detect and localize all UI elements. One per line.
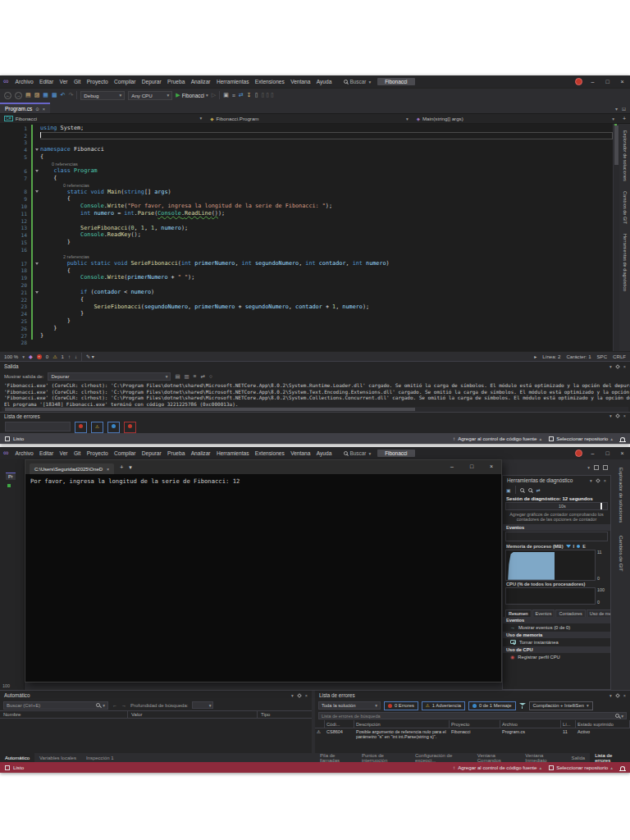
menu-item-git[interactable]: Git (71, 450, 84, 456)
diag-tab-contadores[interactable]: Contadores (555, 609, 585, 617)
export-icon[interactable]: ▣ (506, 487, 511, 493)
menu-item-analizar[interactable]: Analizar (189, 450, 213, 456)
platform-dropdown[interactable]: Any CPU▾ (128, 91, 172, 100)
code-editor[interactable]: 1using System;234namespace Fibonacci5{0 … (0, 124, 630, 351)
menu-item-editar[interactable]: Editar (37, 450, 57, 456)
menu-item-prueba[interactable]: Prueba (165, 450, 188, 456)
pin-icon[interactable] (297, 693, 302, 698)
chevron-down-icon[interactable]: ▾ (609, 693, 612, 698)
diag-action-mostrar-eventos-0-de-0[interactable]: →Mostrar eventos (0 de 0) (503, 623, 610, 632)
step-into-icon[interactable]: ↧ (247, 92, 252, 98)
break-all-icon[interactable]: ▣ (223, 92, 229, 98)
column-indicator[interactable]: Carácter: 1 (566, 354, 591, 359)
chevron-down-icon[interactable]: ▾ (590, 478, 592, 483)
zoom-in-icon[interactable] (520, 488, 524, 492)
column-descripcion[interactable]: Descripción (354, 720, 450, 728)
navigate-forward-icon[interactable]: → (15, 92, 22, 99)
close-icon[interactable]: × (43, 107, 45, 112)
menu-item-editar[interactable]: Editar (37, 79, 57, 84)
edit-mode-icon[interactable]: ✎ ▾ (86, 354, 94, 359)
add-source-control-button[interactable]: ↑Agregar al control de código fuente▴ (453, 436, 541, 441)
column-nombre[interactable]: Nombre (0, 711, 128, 718)
search-forward-icon[interactable]: → (121, 703, 126, 708)
more-options-icon[interactable]: ⊡ (622, 106, 626, 112)
menu-item-extensiones[interactable]: Extensiones (253, 79, 287, 84)
open-file-icon[interactable]: ▨ (34, 92, 40, 98)
diag-action-tomar-instantanea[interactable]: Tomar instantánea (503, 638, 610, 646)
code-text[interactable]: { (40, 153, 613, 161)
find-message-icon[interactable]: ▤ (175, 373, 180, 380)
code-text[interactable]: Console.Write("Por favor, ingresa la lon… (40, 203, 613, 210)
timeline-cursor[interactable] (600, 503, 602, 509)
code-text[interactable]: } (40, 332, 613, 340)
toggle-wrap-icon[interactable]: ⇄ (201, 373, 205, 380)
code-text[interactable]: public static void SerieFibonacci(int pr… (40, 260, 613, 267)
output-log[interactable]: 'Fibonacci.exe' (CoreCLR: clrhost): 'C:\… (0, 381, 630, 407)
pin-icon[interactable]: ⊙ (35, 107, 39, 112)
scroll-right-icon[interactable]: ▸ (534, 354, 536, 359)
autoscroll-icon[interactable]: ○ (209, 373, 212, 380)
start-debug-button[interactable]: ▶Fibonacci▾ (176, 92, 208, 98)
memory-chart[interactable] (505, 550, 596, 581)
editor-scrollbar[interactable] (613, 124, 619, 351)
menu-item-ver[interactable]: Ver (57, 450, 70, 456)
codelens-references[interactable]: 2 referencias (63, 254, 89, 259)
terminal-window[interactable]: C:\Users\Seguridad2025\OneD × + ▾ – □ × … (25, 459, 502, 682)
build-intellisense-dropdown[interactable]: Compilación + IntelliSen▾ (529, 701, 593, 710)
tab-salida[interactable]: Salida (567, 753, 591, 762)
chevron-down-icon[interactable]: ▾ (291, 693, 294, 698)
terminal-tab[interactable]: C:\Users\Seguridad2025\OneD × (30, 463, 114, 474)
close-button[interactable]: × (618, 79, 627, 84)
scope-dropdown[interactable] (5, 422, 71, 431)
step-icons[interactable]: ≡ (232, 93, 235, 98)
close-icon[interactable]: × (107, 467, 109, 472)
close-icon[interactable]: × (623, 693, 626, 698)
column-tipo[interactable]: Tipo (258, 711, 312, 718)
menu-item-analizar[interactable]: Analizar (189, 79, 213, 84)
zoom-out-icon[interactable] (528, 488, 532, 492)
bookmark-icon[interactable]: ▯ (255, 92, 258, 98)
member-dropdown[interactable]: ◈ Main(string[] args) ▾ (413, 116, 619, 121)
code-text[interactable]: } (40, 325, 613, 332)
code-text[interactable]: using System; (40, 125, 613, 132)
column-estado-suprimido[interactable]: Estado suprimido (576, 720, 630, 728)
cpu-chart[interactable] (505, 587, 596, 605)
filter-icon[interactable] (519, 702, 526, 709)
output-hscrollbar[interactable] (2, 407, 628, 412)
menu-item-ver[interactable]: Ver (57, 79, 70, 84)
column-proyecto[interactable]: Proyecto (450, 720, 500, 728)
code-text[interactable]: } (40, 239, 613, 246)
close-icon[interactable]: × (604, 478, 606, 483)
eol-indicator[interactable]: CRLF (613, 354, 626, 359)
menu-item-herramientas[interactable]: Herramientas (214, 450, 252, 456)
side-tab-explorador-de-soluciones[interactable]: Explorador de soluciones (619, 468, 623, 523)
pin-icon[interactable] (596, 478, 600, 483)
code-text[interactable]: int numero = int.Parse(Console.ReadLine(… (40, 210, 613, 217)
fold-marker[interactable] (33, 291, 40, 294)
notifications-bell-icon[interactable] (620, 766, 625, 770)
menu-item-proyecto[interactable]: Proyecto (84, 450, 111, 456)
start-without-debug-icon[interactable]: ▷ (212, 92, 216, 98)
project-dropdown[interactable]: C# Fibonacci ▾ (0, 116, 206, 121)
menu-item-archivo[interactable]: Archivo (12, 79, 35, 84)
redo-icon[interactable]: ↷ (68, 92, 73, 98)
tab-automatico[interactable]: Automático (0, 753, 34, 762)
line-indicator[interactable]: Línea: 2 (542, 354, 560, 359)
undo-icon[interactable]: ↶ (61, 92, 66, 98)
menu-item-depurar[interactable]: Depurar (139, 79, 164, 84)
fold-marker[interactable] (33, 148, 40, 151)
zoom-level[interactable]: 100 % (4, 354, 18, 359)
menu-item-proyecto[interactable]: Proyecto (84, 79, 111, 84)
avatar[interactable] (575, 450, 582, 457)
code-text[interactable]: Console.Write(primerNumero + " "); (40, 274, 613, 281)
side-tab-explorador-de-soluciones[interactable]: Explorador de soluciones (623, 130, 628, 181)
code-text[interactable]: SerieFibonacci(segundoNumero, primerNume… (40, 304, 613, 311)
minimize-button[interactable]: – (588, 450, 597, 456)
side-tab-cambios-de-git[interactable]: Cambios de GIT (619, 536, 623, 572)
code-area[interactable]: 1using System;234namespace Fibonacci5{0 … (0, 124, 613, 351)
scrollbar-thumb[interactable] (614, 126, 619, 165)
prev-issue-icon[interactable]: ↑ (68, 354, 71, 359)
chevron-down-icon[interactable]: ▾ (129, 464, 132, 471)
fold-marker[interactable] (33, 190, 40, 193)
code-text[interactable]: { (40, 267, 613, 275)
